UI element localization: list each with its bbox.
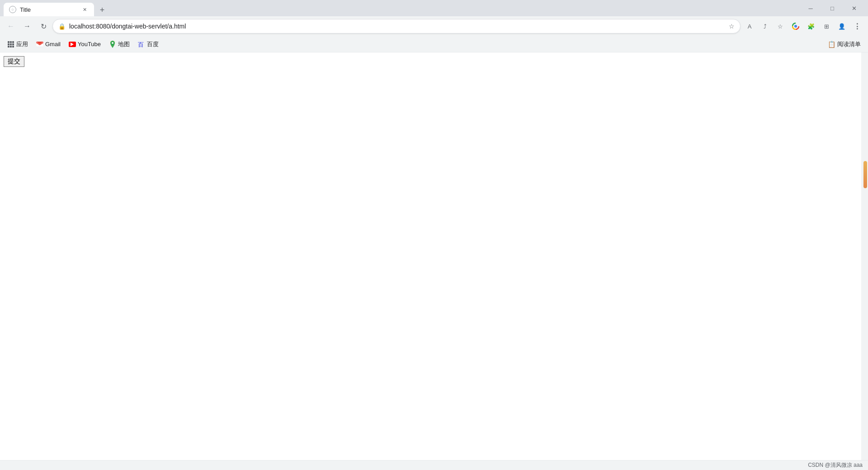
toolbar: ← → ↻ 🔒 localhost:8080/dongtai-web-servl… bbox=[0, 16, 868, 36]
toolbar-right: A ⤴ ☆ 🧩 ⊞ 👤 ⋮ bbox=[742, 19, 864, 33]
bookmark-gmail[interactable]: Gmail bbox=[33, 39, 64, 50]
refresh-button[interactable]: ↻ bbox=[36, 19, 51, 33]
apps-grid-icon bbox=[7, 41, 14, 48]
close-button[interactable]: ✕ bbox=[844, 1, 864, 15]
baidu-icon: 百 bbox=[138, 41, 145, 48]
reading-list-button[interactable]: 📋 阅读清单 bbox=[824, 38, 864, 50]
gmail-label: Gmail bbox=[45, 41, 61, 47]
maps-label: 地图 bbox=[118, 40, 130, 48]
back-button[interactable]: ← bbox=[4, 19, 18, 33]
maximize-button[interactable]: □ bbox=[822, 1, 843, 15]
url-text: localhost:8080/dongtai-web-servlet/a.htm… bbox=[69, 23, 725, 30]
svg-rect-4 bbox=[8, 41, 9, 43]
bookmark-maps[interactable]: 地图 bbox=[105, 38, 133, 50]
svg-rect-11 bbox=[10, 46, 12, 47]
bookmark-apps[interactable]: 应用 bbox=[4, 38, 32, 50]
bookmarks-bar: 应用 Gmail YouTube bbox=[0, 36, 868, 52]
svg-rect-7 bbox=[8, 43, 9, 45]
svg-rect-5 bbox=[10, 41, 12, 43]
tab-search-icon[interactable]: ⊞ bbox=[819, 19, 834, 33]
profile-icon[interactable]: 👤 bbox=[835, 19, 849, 33]
svg-rect-6 bbox=[12, 41, 14, 43]
scrollbar[interactable] bbox=[861, 52, 868, 460]
bookmark-icon[interactable]: ☆ bbox=[773, 19, 788, 33]
extensions-icon[interactable]: 🧩 bbox=[804, 19, 818, 33]
page-body: 提交 bbox=[0, 52, 868, 71]
new-tab-button[interactable]: + bbox=[96, 4, 108, 16]
tabs-area: ○ Title ✕ + bbox=[4, 0, 797, 16]
menu-icon[interactable]: ⋮ bbox=[850, 19, 864, 33]
status-bar: CSDN @清风微凉 aaa bbox=[0, 460, 868, 470]
submit-button[interactable]: 提交 bbox=[4, 56, 24, 67]
maps-icon bbox=[109, 41, 116, 48]
lock-icon: 🔒 bbox=[58, 23, 66, 30]
scrollbar-thumb[interactable] bbox=[863, 161, 867, 188]
browser-window: ○ Title ✕ + ─ □ ✕ ← → ↻ 🔒 localhost:8080… bbox=[0, 0, 868, 470]
svg-text:百: 百 bbox=[138, 41, 144, 48]
share-icon[interactable]: ⤴ bbox=[758, 19, 772, 33]
svg-point-13 bbox=[112, 42, 113, 44]
window-controls: ─ □ ✕ bbox=[800, 1, 864, 15]
active-tab[interactable]: ○ Title ✕ bbox=[4, 3, 94, 16]
bookmark-baidu[interactable]: 百 百度 bbox=[134, 38, 162, 50]
chrome-logo-icon bbox=[792, 23, 799, 30]
youtube-icon bbox=[69, 41, 76, 48]
star-icon: ☆ bbox=[729, 23, 735, 30]
svg-point-3 bbox=[794, 25, 797, 28]
svg-rect-10 bbox=[8, 46, 9, 47]
gmail-icon bbox=[36, 41, 43, 48]
youtube-label: YouTube bbox=[78, 41, 101, 47]
address-bar[interactable]: 🔒 localhost:8080/dongtai-web-servlet/a.h… bbox=[52, 19, 741, 33]
reading-list-label: 阅读清单 bbox=[837, 40, 861, 48]
forward-button[interactable]: → bbox=[20, 19, 34, 33]
bookmark-youtube[interactable]: YouTube bbox=[65, 39, 104, 50]
minimize-button[interactable]: ─ bbox=[800, 1, 821, 15]
tab-icon: ○ bbox=[9, 6, 16, 13]
svg-rect-9 bbox=[12, 43, 14, 45]
page-content: 提交 bbox=[0, 52, 868, 460]
tab-title: Title bbox=[20, 6, 77, 13]
reading-list-icon: 📋 bbox=[828, 41, 835, 48]
svg-rect-8 bbox=[10, 43, 12, 45]
apps-label: 应用 bbox=[16, 40, 28, 48]
status-text: CSDN @清风微凉 aaa bbox=[808, 461, 863, 469]
baidu-label: 百度 bbox=[147, 40, 159, 48]
svg-rect-12 bbox=[12, 46, 14, 47]
chrome-icon[interactable] bbox=[788, 19, 803, 33]
tab-close-button[interactable]: ✕ bbox=[80, 5, 89, 14]
translate-icon[interactable]: A bbox=[742, 19, 757, 33]
title-bar: ○ Title ✕ + ─ □ ✕ bbox=[0, 0, 868, 16]
